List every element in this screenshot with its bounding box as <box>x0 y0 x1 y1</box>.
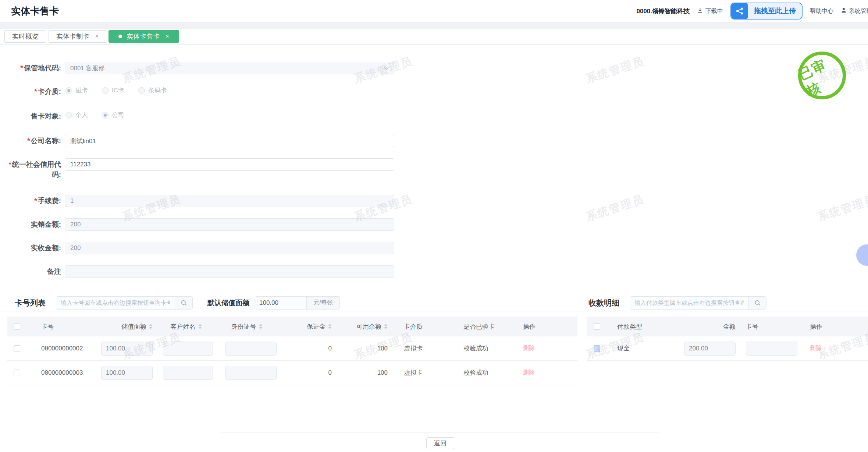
back-button[interactable]: 返回 <box>426 437 454 449</box>
deposit-cell: 0 <box>278 369 335 377</box>
credit-code-input[interactable] <box>65 158 394 171</box>
field-label-fee: *手续费: <box>0 195 61 206</box>
col-customer-name[interactable]: 客户姓名 <box>157 322 215 331</box>
card-search-button[interactable] <box>175 297 192 309</box>
payment-table: 付款类型 金额 卡号 操作 现金 删除 <box>587 317 868 361</box>
form-row-sale-target: 售卡对象: 个人 公司 <box>0 110 868 121</box>
sort-icon[interactable] <box>198 322 202 331</box>
col-available[interactable]: 可用余额 <box>335 322 391 331</box>
payment-search-input[interactable] <box>630 297 748 309</box>
help-center-link[interactable]: 帮助中心 <box>810 7 833 15</box>
form-row-sold-amount: 实销金额: <box>0 218 868 231</box>
sort-icon[interactable] <box>149 322 153 331</box>
denom-input[interactable] <box>101 366 153 380</box>
deposit-cell: 0 <box>278 345 335 352</box>
col-action: 操作 <box>805 322 868 331</box>
card-list-section: 卡号列表 默认储值面额 100.00 元/每张 卡号 储值面额 <box>0 294 579 385</box>
select-all-checkbox[interactable] <box>14 323 20 330</box>
denom-input[interactable] <box>101 342 153 356</box>
remark-input[interactable] <box>65 265 394 278</box>
sort-icon[interactable] <box>328 322 332 331</box>
select-all-checkbox[interactable] <box>594 323 600 330</box>
row-checkbox[interactable] <box>14 345 20 352</box>
header-right: 0000.领锋智能科技 下载中 拖拽至此上传 帮助中心 系统管理员 <box>636 0 868 22</box>
radio-company[interactable]: 公司 <box>102 111 124 119</box>
active-dot-icon <box>118 35 122 38</box>
field-label-storage-code: *保管地代码: <box>0 62 61 73</box>
col-action: 操作 <box>513 322 577 331</box>
default-denom-value[interactable]: 100.00 <box>255 297 306 309</box>
download-icon <box>697 7 703 15</box>
fee-input[interactable] <box>65 195 394 207</box>
search-icon <box>754 300 761 306</box>
radio-magnetic-card[interactable]: 磁卡 <box>65 86 88 95</box>
medium-cell: 虚拟卡 <box>391 368 439 377</box>
company-name-input[interactable] <box>65 135 394 147</box>
pay-card-no-input[interactable] <box>746 342 797 356</box>
close-icon[interactable]: × <box>95 33 99 40</box>
row-checkbox[interactable] <box>14 370 20 376</box>
radio-icon <box>138 87 145 94</box>
amount-input[interactable] <box>684 342 736 356</box>
col-id-no[interactable]: 身份证号 <box>215 322 278 331</box>
tab-bar: 实时概览 实体卡制卡 × 实体卡售卡 × <box>0 29 868 45</box>
available-cell: 100 <box>335 369 391 377</box>
payment-detail-header: 收款明细 <box>579 294 868 311</box>
app-header: 实体卡售卡 0000.领锋智能科技 下载中 拖拽至此上传 帮助中心 系统管 <box>0 0 868 22</box>
card-search-group <box>56 296 193 310</box>
sort-icon[interactable] <box>384 322 388 331</box>
storage-code-select[interactable]: 0001.客服部 <box>65 62 394 74</box>
id-no-input[interactable] <box>225 366 277 380</box>
sort-icon[interactable] <box>259 322 263 331</box>
form-row-fee: *手续费: <box>0 195 868 207</box>
col-deposit[interactable]: 保证金 <box>278 322 335 331</box>
delete-link[interactable]: 删除 <box>523 369 535 377</box>
col-pay-type: 付款类型 <box>607 322 680 331</box>
delete-link[interactable]: 删除 <box>523 345 535 352</box>
id-no-input[interactable] <box>225 342 277 356</box>
field-label-received-amount: 实收金额: <box>0 242 61 253</box>
col-amount: 金额 <box>680 322 739 331</box>
download-status[interactable]: 下载中 <box>697 7 723 15</box>
tab-card-making[interactable]: 实体卡制卡 × <box>49 30 106 43</box>
table-row: 080000000002 0 100 虚拟卡 校验成功 删除 <box>7 336 577 361</box>
form-row-company-name: *公司名称: <box>0 135 868 147</box>
received-amount-input[interactable] <box>65 242 394 254</box>
radio-icon <box>65 87 72 94</box>
payment-search-group <box>630 296 766 310</box>
radio-icon <box>65 112 72 119</box>
tab-realtime-overview[interactable]: 实时概览 <box>4 30 46 43</box>
radio-barcode-card[interactable]: 条码卡 <box>138 86 167 95</box>
delete-link[interactable]: 删除 <box>810 345 822 352</box>
col-denom[interactable]: 储值面额 <box>91 322 157 331</box>
customer-name-input[interactable] <box>163 342 213 356</box>
close-icon[interactable]: × <box>166 33 169 40</box>
payment-search-button[interactable] <box>748 297 766 309</box>
available-cell: 100 <box>335 345 391 352</box>
upload-overlay-label: 拖拽至此上传 <box>748 6 802 16</box>
user-menu[interactable]: 系统管理员 <box>841 7 868 15</box>
drag-upload-overlay[interactable]: 拖拽至此上传 <box>730 3 803 20</box>
form-row-received-amount: 实收金额: <box>0 242 868 254</box>
radio-individual[interactable]: 个人 <box>65 111 88 119</box>
radio-ic-card[interactable]: IC卡 <box>102 86 124 95</box>
payment-detail-section: 收款明细 付款类型 金额 卡号 操作 现金 <box>579 294 868 385</box>
pay-type-cell: 现金 <box>607 344 680 353</box>
tab-card-selling[interactable]: 实体卡售卡 × <box>108 30 179 43</box>
card-no-cell: 080000000002 <box>26 345 91 352</box>
form-row-card-medium: *卡介质: 磁卡 IC卡 条码卡 <box>0 85 868 97</box>
card-table: 卡号 储值面额 客户姓名 身份证号 保证金 可用余额 卡介质 是否已验卡 操作 … <box>7 317 577 385</box>
card-search-input[interactable] <box>56 297 175 309</box>
sale-target-radios: 个人 公司 <box>65 110 124 119</box>
page-title: 实体卡售卡 <box>11 5 59 18</box>
sold-amount-input[interactable] <box>65 218 394 231</box>
audited-stamp: 已审核 <box>798 52 846 99</box>
form-footer: 返回 <box>221 432 659 449</box>
default-denom-group: 100.00 元/每张 <box>255 296 340 310</box>
col-medium: 卡介质 <box>391 322 439 331</box>
form-row-storage-code: *保管地代码: 0001.客服部 <box>0 62 868 74</box>
verify-status-cell: 校验成功 <box>439 368 513 377</box>
row-checkbox[interactable] <box>594 345 600 352</box>
col-card-no: 卡号 <box>739 322 805 331</box>
customer-name-input[interactable] <box>163 366 213 380</box>
